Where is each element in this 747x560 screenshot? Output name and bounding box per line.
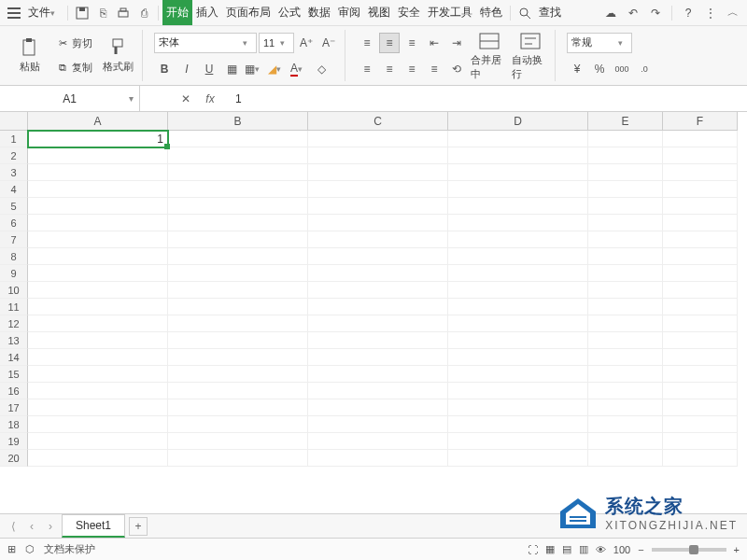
cell[interactable] — [168, 131, 308, 147]
paste-button[interactable]: 粘贴 — [11, 37, 49, 74]
cell[interactable] — [308, 349, 448, 366]
percent-icon[interactable]: % — [589, 59, 610, 79]
row-header[interactable]: 8 — [0, 248, 28, 265]
cell[interactable] — [448, 231, 588, 248]
underline-button[interactable]: U — [199, 59, 219, 79]
cell[interactable] — [168, 215, 308, 231]
tab-view[interactable]: 视图 — [364, 0, 394, 25]
cell[interactable] — [168, 433, 308, 450]
cell[interactable] — [308, 282, 448, 299]
column-header[interactable]: F — [663, 112, 738, 131]
sync-icon[interactable]: ☁ — [600, 3, 621, 23]
cell[interactable] — [448, 315, 588, 332]
row-header[interactable]: 18 — [0, 416, 28, 433]
view-normal-icon[interactable]: ▦ — [545, 543, 555, 555]
cell[interactable] — [28, 383, 168, 399]
cell[interactable] — [448, 164, 588, 181]
cell[interactable] — [663, 181, 738, 198]
cell[interactable] — [168, 450, 308, 467]
comma-icon[interactable]: 000 — [612, 59, 632, 79]
hamburger-icon[interactable] — [4, 3, 24, 23]
cell[interactable] — [588, 383, 663, 399]
cell[interactable]: 1 — [28, 131, 168, 147]
zoom-slider[interactable] — [652, 548, 726, 552]
tab-data[interactable]: 数据 — [304, 0, 334, 25]
cell[interactable] — [588, 248, 663, 265]
cell[interactable] — [663, 198, 738, 215]
cell[interactable] — [28, 215, 168, 231]
sheet-tab[interactable]: Sheet1 — [62, 514, 125, 538]
cell[interactable] — [308, 366, 448, 383]
column-header[interactable]: B — [168, 112, 308, 131]
cell[interactable] — [308, 332, 448, 349]
row-header[interactable]: 13 — [0, 332, 28, 349]
indent-increase-icon[interactable]: ⇥ — [446, 33, 467, 53]
cell[interactable] — [308, 265, 448, 282]
cell[interactable] — [28, 265, 168, 282]
align-left-icon[interactable]: ≡ — [357, 59, 377, 79]
cell[interactable] — [168, 231, 308, 248]
font-name-select[interactable]: 宋体▾ — [154, 33, 257, 53]
cell[interactable] — [588, 399, 663, 416]
cell[interactable] — [308, 399, 448, 416]
row-header[interactable]: 5 — [0, 198, 28, 215]
cell[interactable] — [663, 332, 738, 349]
cell[interactable] — [308, 433, 448, 450]
cell[interactable] — [588, 349, 663, 366]
cell[interactable] — [588, 131, 663, 147]
column-header[interactable]: D — [448, 112, 588, 131]
cell[interactable] — [663, 450, 738, 467]
cell[interactable] — [588, 231, 663, 248]
cell[interactable] — [588, 164, 663, 181]
fx-icon[interactable]: fx — [202, 92, 218, 105]
zoom-in-icon[interactable]: + — [734, 544, 740, 555]
orientation-icon[interactable]: ⟲ — [446, 59, 467, 79]
cell[interactable] — [168, 332, 308, 349]
cell[interactable] — [168, 248, 308, 265]
cell[interactable] — [663, 299, 738, 315]
column-header[interactable]: A — [28, 112, 168, 131]
tab-devtools[interactable]: 开发工具 — [424, 0, 476, 25]
fill-color-button[interactable]: ◢▾ — [266, 59, 287, 79]
cell[interactable] — [663, 215, 738, 231]
row-header[interactable]: 6 — [0, 215, 28, 231]
cell[interactable] — [663, 282, 738, 299]
cell[interactable] — [308, 164, 448, 181]
sheet-nav-first-icon[interactable]: ⟨ — [6, 520, 21, 533]
cell[interactable] — [168, 299, 308, 315]
cell[interactable] — [28, 416, 168, 433]
increase-font-icon[interactable]: A⁺ — [296, 33, 317, 53]
row-header[interactable]: 9 — [0, 265, 28, 282]
cell[interactable] — [168, 181, 308, 198]
cell[interactable] — [168, 383, 308, 399]
row-header[interactable]: 11 — [0, 299, 28, 315]
cell[interactable] — [28, 433, 168, 450]
tab-security[interactable]: 安全 — [394, 0, 424, 25]
row-header[interactable]: 17 — [0, 399, 28, 416]
cell[interactable] — [663, 433, 738, 450]
view-page-icon[interactable]: ▤ — [562, 543, 571, 555]
cell[interactable] — [28, 315, 168, 332]
row-header[interactable]: 4 — [0, 181, 28, 198]
cell[interactable] — [308, 450, 448, 467]
sheet-nav-prev-icon[interactable]: ‹ — [24, 520, 39, 533]
cell[interactable] — [308, 147, 448, 164]
cell[interactable] — [448, 299, 588, 315]
cell[interactable] — [168, 366, 308, 383]
cell[interactable] — [28, 399, 168, 416]
cell[interactable] — [308, 416, 448, 433]
tab-special[interactable]: 特色 — [476, 0, 506, 25]
cell[interactable] — [663, 349, 738, 366]
row-header[interactable]: 10 — [0, 282, 28, 299]
italic-button[interactable]: I — [176, 59, 197, 79]
view-custom-icon[interactable]: ▥ — [579, 543, 588, 555]
row-header[interactable]: 15 — [0, 366, 28, 383]
cell[interactable] — [448, 433, 588, 450]
cell[interactable] — [448, 131, 588, 147]
cell[interactable] — [168, 198, 308, 215]
row-header[interactable]: 12 — [0, 315, 28, 332]
merge-center-button[interactable]: 合并居中 — [471, 31, 508, 81]
cell[interactable] — [168, 416, 308, 433]
cell[interactable] — [308, 315, 448, 332]
cell[interactable] — [663, 147, 738, 164]
